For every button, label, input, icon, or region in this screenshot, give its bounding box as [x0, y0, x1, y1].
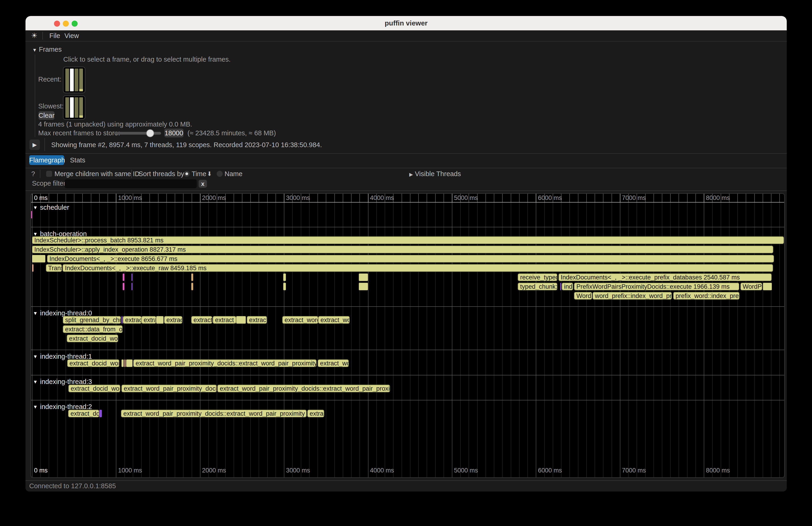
frames-header[interactable]: ▼ Frames — [32, 46, 62, 53]
flame-bar[interactable] — [122, 283, 125, 290]
flame-bar[interactable] — [126, 360, 133, 367]
flame-bar[interactable]: extract_docid_wor — [67, 360, 119, 367]
flame-bar[interactable]: Word — [574, 292, 592, 299]
flame-bar[interactable] — [359, 274, 368, 281]
flame-bar[interactable] — [131, 283, 133, 290]
flame-bar[interactable]: IndexDocuments<_, _>::execute_prefix_dat… — [559, 274, 772, 281]
flame-bar[interactable]: IndexDocuments<_, _>::execute 8656.677 m… — [47, 255, 774, 263]
flame-bar[interactable]: extract_word_pair_proximity_docids::extr… — [121, 410, 307, 417]
flame-bar[interactable]: extract_doc — [68, 410, 99, 417]
flame-bar[interactable]: extract::data_from_ob — [63, 325, 122, 333]
flame-bar[interactable] — [763, 283, 772, 290]
visible-threads-header[interactable]: ▶ Visible Threads — [409, 170, 461, 177]
frame-bar[interactable] — [75, 97, 78, 118]
flame-bar[interactable]: split_grenad_by_chun — [63, 316, 121, 324]
flame-bar[interactable]: typed_chunk::w — [518, 283, 557, 290]
max-frames-slider-knob[interactable] — [146, 129, 154, 137]
sort-name-label[interactable]: Name — [224, 170, 242, 177]
flame-bar[interactable]: extract_docid_word — [68, 385, 120, 392]
frame-bar[interactable] — [70, 97, 74, 118]
flame-bar[interactable] — [31, 211, 32, 219]
flame-bar[interactable]: PrefixWordPairsProximityDocids::execute … — [574, 283, 739, 290]
flame-bar[interactable]: extract_docid_word — [67, 335, 118, 342]
merge-children-label[interactable]: Merge children with same ID — [55, 170, 140, 177]
flame-bar[interactable] — [32, 264, 33, 272]
flame-bar[interactable]: extra — [141, 316, 156, 324]
flame-bar[interactable] — [236, 316, 246, 324]
flame-bar[interactable]: prefix_word::index_prefix_wo — [673, 292, 739, 299]
clear-filter-button[interactable]: x — [199, 180, 207, 188]
theme-toggle-icon[interactable]: ☀ — [31, 32, 38, 39]
flame-bar[interactable]: extract_ — [191, 316, 212, 324]
flame-bar[interactable] — [359, 283, 368, 290]
thread-group-indexing-thread:3[interactable]: ▼indexing-thread:3 — [33, 378, 92, 385]
help-button[interactable]: ? — [31, 170, 35, 177]
flame-bar[interactable]: IndexScheduler>::apply_index_operation 8… — [32, 246, 773, 253]
flame-bar[interactable] — [283, 283, 286, 290]
play-button[interactable]: ▶ — [29, 140, 40, 150]
flame-bar[interactable]: extract — [247, 316, 267, 324]
flame-bar[interactable] — [191, 283, 193, 290]
flame-bar[interactable]: extract_word_pair_proximity_docids — [121, 385, 217, 392]
ruler-tick — [746, 194, 746, 202]
flame-bar[interactable]: Trans — [46, 264, 62, 272]
flame-bar[interactable]: extract_word — [282, 316, 318, 324]
frame-bar[interactable] — [66, 69, 69, 91]
sort-direction-icon[interactable]: ⬇ — [207, 170, 212, 177]
scope-filter-input[interactable] — [65, 179, 197, 188]
flame-bar[interactable] — [122, 274, 125, 281]
flame-bar[interactable] — [99, 410, 102, 417]
flame-bar[interactable]: receive_typed_ — [518, 274, 557, 281]
sort-time-label[interactable]: Time — [192, 170, 206, 177]
flame-bar[interactable]: word_prefix::index_word_prefix_ — [593, 292, 672, 299]
sort-time-radio[interactable] — [184, 171, 190, 177]
flame-bar[interactable] — [131, 274, 133, 281]
scope-filter-label: Scope filter: — [32, 180, 68, 187]
flame-bar[interactable]: index — [562, 283, 573, 290]
flame-bar[interactable]: IndexScheduler>::process_batch 8953.821 … — [32, 236, 784, 244]
thread-group-indexing-thread:2[interactable]: ▼indexing-thread:2 — [33, 403, 92, 410]
ruler-tick — [234, 194, 234, 202]
ruler-tick — [485, 194, 486, 202]
recent-frames-thumbnail[interactable] — [63, 67, 85, 93]
flame-bar[interactable] — [124, 360, 125, 367]
frame-bar[interactable] — [75, 69, 78, 91]
frame-bar[interactable] — [70, 69, 74, 91]
flamegraph-canvas[interactable]: 0 ms0 ms1000 ms1000 ms2000 ms2000 ms3000… — [31, 193, 785, 478]
flame-bar[interactable] — [560, 283, 561, 290]
flame-bar[interactable]: extract_wo — [318, 316, 350, 324]
flame-bar[interactable]: extract_word_pair_proximity_docids::extr… — [133, 360, 317, 367]
thread-group-scheduler[interactable]: ▼scheduler — [33, 204, 69, 211]
flame-bar[interactable]: extrac — [164, 316, 183, 324]
thread-group-indexing-thread:1[interactable]: ▼indexing-thread:1 — [33, 353, 92, 360]
merge-children-checkbox[interactable] — [46, 171, 52, 177]
flame-bar[interactable] — [121, 316, 122, 324]
tab-stats[interactable]: Stats — [70, 157, 85, 164]
slowest-frames-thumbnail[interactable] — [63, 96, 85, 120]
flame-bar[interactable] — [32, 255, 45, 263]
frame-bar[interactable] — [79, 69, 83, 91]
ruler-tick — [620, 194, 620, 202]
flame-bar[interactable] — [125, 360, 126, 367]
frame-bar[interactable] — [66, 97, 69, 118]
thread-group-indexing-thread:0[interactable]: ▼indexing-thread:0 — [33, 310, 92, 317]
flame-bar[interactable] — [121, 360, 124, 367]
flame-bar[interactable]: WordPr — [740, 283, 762, 290]
flame-bar[interactable] — [283, 274, 286, 281]
flame-bar[interactable] — [191, 274, 193, 281]
tab-flamegraph[interactable]: Flamegraph — [29, 155, 64, 165]
flame-bar[interactable]: IndexDocuments<_, _>::execute_raw 8459.1… — [62, 264, 773, 272]
ruler-tick — [511, 194, 511, 202]
flame-bar[interactable]: extract_word_pair_proximity_docids::extr… — [217, 385, 390, 392]
menu-file[interactable]: File — [49, 32, 60, 39]
flame-bar[interactable]: extrac — [307, 410, 324, 417]
menu-view[interactable]: View — [64, 32, 79, 39]
flame-bar[interactable] — [156, 316, 164, 324]
max-frames-value[interactable]: 18000 — [164, 129, 184, 137]
flame-bar[interactable]: extract_wo — [318, 360, 349, 367]
flame-bar[interactable]: extract_ — [213, 316, 236, 324]
sort-name-radio[interactable] — [217, 171, 223, 177]
clear-button[interactable]: Clear — [39, 111, 55, 120]
frame-bar[interactable] — [79, 97, 83, 118]
flame-bar[interactable]: extract — [123, 316, 141, 324]
